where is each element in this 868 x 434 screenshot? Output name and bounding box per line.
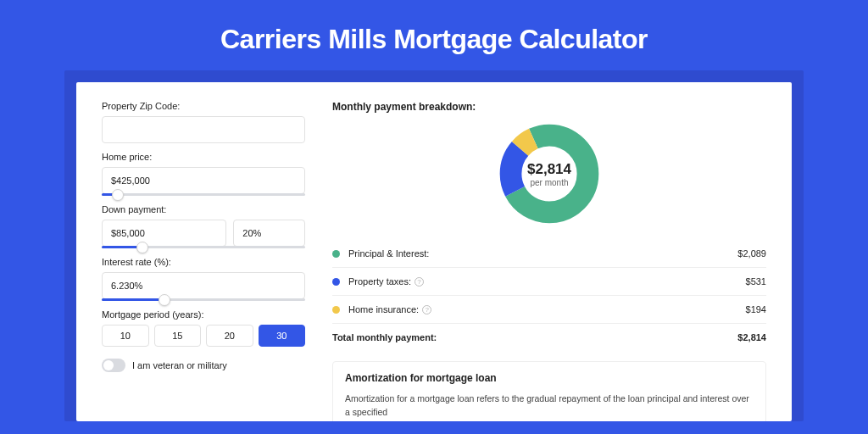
legend-total-row: Total monthly payment:$2,814 (332, 324, 766, 351)
legend-value: $2,089 (737, 248, 766, 259)
interest-field: Interest rate (%): (102, 257, 305, 301)
legend: Principal & Interest:$2,089Property taxe… (332, 240, 766, 351)
home-price-label: Home price: (102, 152, 305, 162)
down-payment-slider-thumb[interactable] (136, 242, 148, 253)
home-price-slider[interactable] (102, 193, 305, 196)
info-icon[interactable]: ? (415, 277, 424, 287)
zip-label: Property Zip Code: (102, 101, 305, 111)
period-btn-15[interactable]: 15 (154, 325, 202, 347)
zip-field: Property Zip Code: (102, 101, 305, 143)
period-label: Mortgage period (years): (102, 309, 305, 320)
amortization-title: Amortization for mortgage loan (345, 372, 754, 384)
donut-wrap: $2,814 per month (332, 113, 766, 240)
veteran-label: I am veteran or military (132, 360, 227, 370)
period-button-group: 10152030 (102, 325, 305, 347)
legend-dot-icon (332, 278, 340, 286)
legend-row: Home insurance:?$194 (332, 296, 766, 324)
legend-value: $531 (746, 276, 766, 287)
legend-total-value: $2,814 (737, 332, 766, 342)
legend-label: Home insurance:? (348, 304, 746, 314)
home-price-slider-thumb[interactable] (112, 189, 124, 201)
payment-donut-chart: $2,814 per month (498, 123, 600, 225)
legend-total-label: Total monthly payment: (332, 332, 737, 342)
legend-row: Principal & Interest:$2,089 (332, 240, 766, 268)
legend-label: Principal & Interest: (348, 248, 737, 259)
form-column: Property Zip Code: Home price: Down paym… (102, 101, 305, 421)
veteran-toggle[interactable] (102, 359, 125, 372)
legend-label: Property taxes:? (348, 276, 746, 287)
zip-input[interactable] (102, 116, 305, 143)
down-payment-input[interactable] (102, 220, 226, 247)
period-btn-20[interactable]: 20 (206, 325, 253, 347)
interest-input[interactable] (102, 272, 305, 299)
down-payment-slider[interactable] (102, 246, 305, 248)
interest-label: Interest rate (%): (102, 257, 305, 267)
page-title: Carriers Mills Mortgage Calculator (0, 0, 868, 70)
interest-slider-fill (102, 298, 164, 301)
home-price-input[interactable] (102, 167, 305, 194)
interest-slider-thumb[interactable] (159, 294, 170, 306)
down-payment-field: Down payment: (102, 204, 305, 248)
period-btn-30[interactable]: 30 (259, 325, 306, 347)
donut-center: $2,814 per month (527, 161, 571, 187)
donut-sub: per month (527, 178, 571, 187)
down-payment-pct-input[interactable] (233, 220, 305, 247)
veteran-row: I am veteran or military (102, 359, 305, 372)
amortization-text: Amortization for a mortgage loan refers … (345, 392, 754, 420)
donut-amount: $2,814 (527, 161, 571, 178)
calculator-card-outer: Property Zip Code: Home price: Down paym… (64, 70, 804, 421)
calculator-card: Property Zip Code: Home price: Down paym… (76, 82, 792, 421)
info-icon[interactable]: ? (422, 305, 431, 314)
legend-value: $194 (746, 304, 766, 314)
breakdown-column: Monthly payment breakdown: $2,814 per mo… (332, 101, 766, 421)
amortization-box: Amortization for mortgage loan Amortizat… (332, 361, 766, 421)
down-payment-label: Down payment: (102, 204, 305, 214)
legend-dot-icon (332, 250, 340, 258)
period-btn-10[interactable]: 10 (102, 325, 149, 347)
legend-row: Property taxes:?$531 (332, 268, 766, 296)
period-field: Mortgage period (years): 10152030 (102, 309, 305, 347)
interest-slider[interactable] (102, 298, 305, 301)
home-price-field: Home price: (102, 152, 305, 196)
legend-dot-icon (332, 306, 340, 314)
breakdown-title: Monthly payment breakdown: (332, 101, 766, 113)
